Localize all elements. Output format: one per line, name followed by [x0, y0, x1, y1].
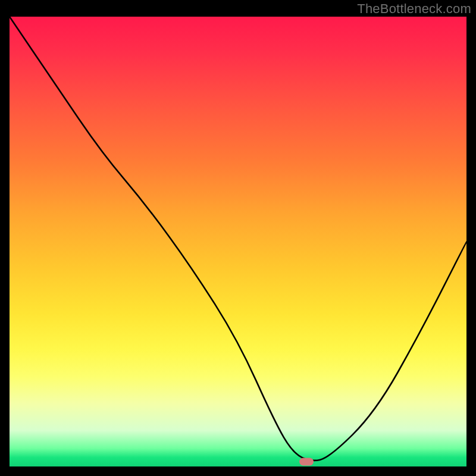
- optimal-point-marker: [299, 458, 314, 466]
- plot-area: [10, 17, 466, 466]
- curve-layer: [10, 17, 466, 466]
- bottleneck-curve: [10, 17, 466, 461]
- chart-frame: TheBottleneck.com: [0, 0, 476, 476]
- watermark-text: TheBottleneck.com: [357, 1, 471, 17]
